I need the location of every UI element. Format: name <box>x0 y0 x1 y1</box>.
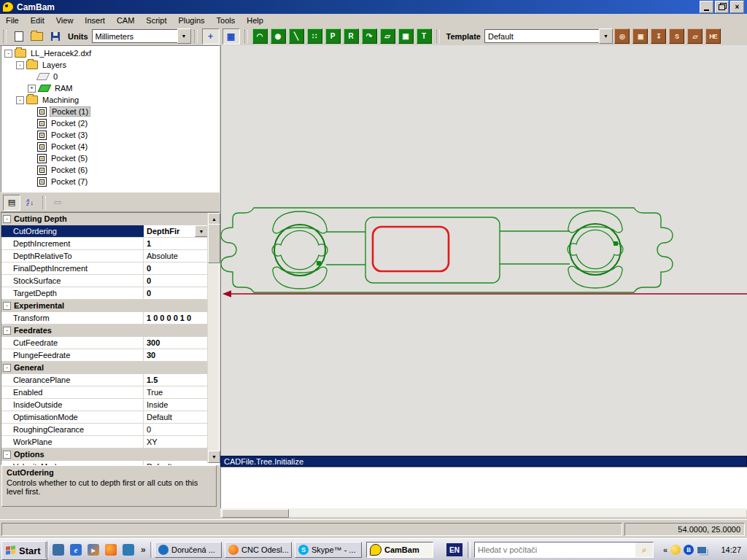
draw-arc-button[interactable]: ↷ <box>362 28 377 44</box>
save-file-button[interactable] <box>47 28 63 44</box>
toolbar-grip[interactable] <box>244 30 248 43</box>
property-value[interactable]: DepthFir <box>147 227 179 236</box>
draw-points-button[interactable]: ∷ <box>307 28 322 44</box>
image-viewer-icon[interactable] <box>123 544 134 556</box>
tree-item-label[interactable]: Layers <box>41 61 68 69</box>
property-row[interactable]: WorkPlaneXY <box>1 436 208 448</box>
search-input[interactable] <box>475 545 635 554</box>
property-row[interactable]: PlungeFeedrate30 <box>1 349 208 362</box>
draw-polygon-button[interactable]: P <box>325 28 341 44</box>
menu-edit[interactable]: Edit <box>25 15 50 26</box>
property-row[interactable]: InsideOutsideInside <box>1 399 208 411</box>
category-row[interactable]: -Experimental <box>1 300 208 312</box>
template-dropdown-icon[interactable]: ▼ <box>599 28 613 44</box>
quick-launch-overflow-icon[interactable]: » <box>141 545 146 555</box>
minimize-button[interactable] <box>700 1 713 13</box>
scrollbar-thumb[interactable] <box>222 509 289 518</box>
selected-pocket-shape[interactable] <box>373 227 449 271</box>
property-grid[interactable]: -Cutting Depth CutOrderingDepthFir▼ Dept… <box>1 212 220 465</box>
units-dropdown-icon[interactable]: ▼ <box>177 28 191 44</box>
propgrid-scrollbar[interactable]: ▲ ▼ <box>207 213 219 463</box>
scroll-down-icon[interactable]: ▼ <box>208 451 220 463</box>
cad-drawing[interactable] <box>221 45 747 456</box>
collapse-icon[interactable]: - <box>3 215 11 223</box>
category-row[interactable]: -General <box>1 362 208 374</box>
task-button-mail[interactable]: Doručená ... <box>155 542 222 558</box>
draw-text-button[interactable]: T <box>417 28 432 44</box>
expand-icon[interactable]: + <box>28 85 36 93</box>
menu-help[interactable]: Help <box>241 15 269 26</box>
menu-insert[interactable]: Insert <box>79 15 111 26</box>
property-row[interactable]: ClearancePlane1.5 <box>1 374 208 386</box>
value-dropdown-icon[interactable]: ▼ <box>195 225 208 237</box>
category-row[interactable]: -Feedrates <box>1 324 208 337</box>
selection-marker[interactable] <box>317 261 321 265</box>
selection-marker[interactable] <box>614 241 618 246</box>
tree-item-label[interactable]: Pocket (5) <box>50 154 89 163</box>
draw-surface-button[interactable]: ▱ <box>380 28 395 44</box>
property-row[interactable]: RoughingClearance0 <box>1 424 208 436</box>
categorized-view-button[interactable]: ▤ <box>3 195 20 211</box>
title-bar[interactable]: CamBam × <box>0 0 747 14</box>
tree-row-pocket-1[interactable]: Pocket (1) <box>1 106 219 117</box>
tree-item-label[interactable]: RAM <box>53 84 74 93</box>
draw-line-button[interactable]: ╲ <box>289 28 304 44</box>
tree-item-label[interactable]: Machining <box>41 96 80 104</box>
cad-canvas[interactable] <box>220 45 747 456</box>
toolbar-grip[interactable] <box>3 30 7 43</box>
tree-row-pocket-5[interactable]: Pocket (5) <box>1 152 219 164</box>
log-output[interactable] <box>220 467 747 510</box>
tree-item-label[interactable]: Pocket (7) <box>50 177 89 186</box>
menu-script[interactable]: Script <box>140 15 172 26</box>
skype-status-icon[interactable] <box>670 545 681 555</box>
search-icon[interactable]: ⌕ <box>635 542 653 557</box>
left-boss-feature[interactable] <box>272 211 328 289</box>
collapse-icon[interactable]: - <box>16 61 24 69</box>
media-player-icon[interactable]: ▸ <box>88 544 99 556</box>
tree-item-label[interactable]: LL_Heracek2.dxf <box>29 49 93 58</box>
menu-tools[interactable]: Tools <box>211 15 241 26</box>
property-row[interactable]: CutFeedrate300 <box>1 337 208 349</box>
property-row[interactable]: OptimisationModeDefault <box>1 411 208 424</box>
log-header[interactable]: CADFile.Tree.Initialize <box>220 456 747 467</box>
template-combobox[interactable]: Default ▼ <box>484 29 613 43</box>
toggle-axes-button[interactable]: + <box>202 28 220 44</box>
category-row[interactable]: -Options <box>1 448 208 461</box>
part-outline[interactable] <box>221 208 673 292</box>
bluetooth-icon[interactable]: B <box>684 545 694 555</box>
property-row[interactable]: FinalDepthIncrement0 <box>1 262 208 275</box>
tree-row-pocket-7[interactable]: Pocket (7) <box>1 176 219 187</box>
draw-rectangle-button[interactable]: R <box>344 28 359 44</box>
draw-region-button[interactable]: ▣ <box>398 28 414 44</box>
tree-row-layers[interactable]: - Layers <box>1 59 219 71</box>
tree-item-label[interactable]: 0 <box>52 72 59 81</box>
show-desktop-icon[interactable] <box>53 544 64 556</box>
category-row[interactable]: -Cutting Depth <box>1 213 208 225</box>
draw-circle-button[interactable]: ◉ <box>271 28 286 44</box>
firefox-icon[interactable] <box>105 544 117 556</box>
tree-item-label[interactable]: Pocket (2) <box>50 119 89 128</box>
property-row-selected[interactable]: CutOrderingDepthFir▼ <box>1 225 208 238</box>
network-icon[interactable] <box>697 546 707 554</box>
mop-engrave-button[interactable]: S <box>669 28 684 44</box>
property-row[interactable]: TargetDepth0 <box>1 287 208 300</box>
task-button-cambam[interactable]: CamBam <box>366 542 433 558</box>
collapse-icon[interactable]: - <box>16 96 24 104</box>
tree-item-label[interactable]: Pocket (4) <box>50 142 89 151</box>
restore-button[interactable] <box>715 1 729 13</box>
tree-row-file[interactable]: - LL_Heracek2.dxf <box>1 47 219 59</box>
units-combobox[interactable]: Millimeters ▼ <box>92 29 191 43</box>
mop-nc-file-button[interactable]: HE <box>705 28 721 44</box>
task-button-skype[interactable]: S Skype™ - ... <box>295 542 362 558</box>
collapse-icon[interactable]: - <box>4 50 12 58</box>
menu-plugins[interactable]: Plugins <box>172 15 210 26</box>
collapse-icon[interactable]: - <box>3 364 11 372</box>
toolbar-grip[interactable] <box>436 30 440 43</box>
property-row[interactable]: EnabledTrue <box>1 386 208 399</box>
mop-3d-profile-button[interactable]: ▱ <box>687 28 703 44</box>
internet-explorer-icon[interactable]: e <box>70 544 82 556</box>
collapse-icon[interactable]: - <box>3 451 11 459</box>
mop-profile-button[interactable]: ↧ <box>651 28 666 44</box>
alphabetical-sort-button[interactable]: AZ ↓ <box>22 195 38 210</box>
property-row[interactable]: DepthRelativeToAbsolute <box>1 250 208 262</box>
